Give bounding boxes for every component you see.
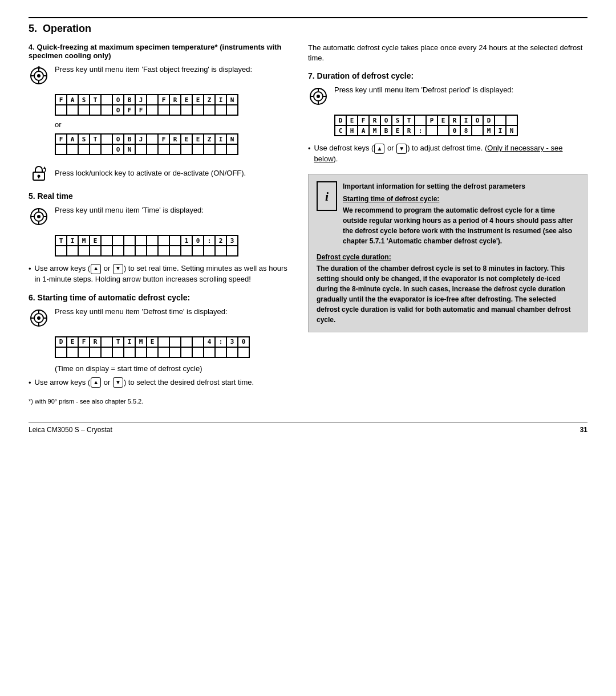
lcd-cell: :	[204, 235, 215, 246]
lcd-cell	[226, 105, 238, 115]
lcd-cell	[135, 246, 147, 256]
item7-block: 7. Duration of defrost cycle: Press key …	[308, 71, 587, 165]
lcd-cell: 0	[238, 337, 249, 347]
lcd-cell: F	[55, 134, 67, 144]
item5-bullet: • Use arrow keys (▲ or ▼) to set real ti…	[29, 263, 291, 285]
svg-point-28	[317, 95, 320, 98]
item6-time-note: (Time on display = start time of defrost…	[55, 364, 291, 374]
lcd-cell	[67, 246, 78, 256]
item6-block: 6. Starting time of automatic defrost cy…	[29, 293, 291, 405]
footer-rule	[29, 422, 587, 422]
lcd-cell	[147, 144, 158, 154]
lcd-cell	[124, 246, 135, 256]
lcd-cell: F	[124, 105, 135, 115]
lcd-cell: F	[55, 95, 67, 105]
lcd-cell	[238, 347, 249, 357]
lcd-cell	[147, 134, 158, 144]
item4-lcd2: F A S T O B J F R E E Z I	[55, 133, 238, 155]
lcd-cell: F	[158, 95, 169, 105]
item7-bullet-text: Use defrost keys (▲ or ▼) to adjust defr…	[314, 143, 587, 165]
lcd-cell	[192, 246, 204, 256]
lcd-cell	[181, 144, 192, 154]
lcd-cell: O	[112, 95, 124, 105]
svg-point-14	[37, 215, 40, 218]
lcd-cell: M	[369, 125, 380, 136]
svg-rect-30	[318, 101, 319, 104]
lcd-cell	[101, 246, 112, 256]
lcd-cell	[147, 235, 158, 246]
auto-defrost-text: The automatic defrost cycle takes place …	[308, 43, 587, 63]
lcd-cell	[215, 105, 226, 115]
item5-bullet-text: Use arrow keys (▲ or ▼) to set real time…	[35, 263, 291, 285]
item6-press-text: Press key until menu item 'Defrost time'…	[55, 307, 228, 317]
lcd-cell: F	[135, 105, 147, 115]
lcd-cell	[55, 144, 67, 154]
lcd2-row2: O N	[55, 144, 238, 154]
item7-press-block: Press key until menu item 'Defrost perio…	[308, 85, 587, 107]
lcd-cell: O	[112, 134, 124, 144]
lcd-cell: T	[90, 134, 101, 144]
lcd-cell	[169, 337, 181, 347]
lcd-cell: Z	[204, 134, 215, 144]
item5-lcd: T I M E 1 0 : 2	[55, 235, 238, 257]
lcd-cell: E	[181, 95, 192, 105]
lcd-cell	[112, 235, 124, 246]
lcd-cell	[158, 144, 169, 154]
svg-rect-5	[31, 75, 34, 76]
lcd-cell	[169, 347, 181, 357]
lcd-cell: O	[112, 105, 124, 115]
lcd-cell: R	[90, 337, 101, 347]
footer-page-number: 31	[580, 426, 587, 434]
svg-rect-32	[323, 96, 326, 97]
lcd-cell: I	[124, 337, 135, 347]
lcd-cell	[90, 246, 101, 256]
lcd-cell	[158, 105, 169, 115]
lcd-cell: R	[169, 134, 181, 144]
lcd-cell: A	[358, 125, 369, 136]
svg-rect-23	[38, 323, 39, 326]
svg-rect-4	[38, 81, 39, 84]
lcd-cell	[101, 105, 112, 115]
item4-lcd1: F A S T O B J F R E E Z I	[55, 94, 238, 116]
lcd-cell: B	[124, 134, 135, 144]
lcd-cell	[215, 144, 226, 154]
lock-key-icon	[29, 163, 49, 184]
lcd-cell: O	[112, 144, 124, 154]
lcd-cell	[204, 347, 215, 357]
lcd-cell	[101, 337, 112, 347]
lcd-cell: I	[67, 235, 78, 246]
lcd-defr-row2	[55, 347, 249, 357]
underline-only-if: Only if necessary - see below	[314, 144, 563, 163]
lcd-cell	[415, 115, 426, 125]
lcd-cell: 8	[460, 125, 472, 136]
lcd-cell	[101, 134, 112, 144]
lcd-cell: I	[215, 134, 226, 144]
svg-rect-6	[44, 75, 47, 76]
lcd-cell	[204, 246, 215, 256]
info-icon: i	[317, 181, 337, 211]
lcd-cell	[204, 105, 215, 115]
info-title: Important information for setting the de…	[343, 182, 525, 190]
or-text-1: or	[55, 120, 291, 129]
lcd-cell: H	[346, 125, 358, 136]
arrow-up-icon-2: ▲	[91, 377, 101, 388]
lcd-cell: F	[78, 337, 90, 347]
lcd-cell: N	[506, 125, 517, 136]
lcd-cell	[169, 235, 181, 246]
lcd-cell	[112, 347, 124, 357]
lcd-cell: A	[67, 95, 78, 105]
lcd-cell: :	[415, 125, 426, 136]
footer-left: Leica CM3050 S – Cryostat	[29, 426, 112, 434]
lcd-defr-row1: D E F R T I M E 4 :	[55, 337, 249, 347]
svg-rect-16	[38, 222, 39, 225]
item4-press-block: Press key until menu item 'Fast object f…	[29, 64, 291, 86]
lcd-cell	[78, 347, 90, 357]
lcd-cell: S	[78, 134, 90, 144]
lcd-cell	[135, 144, 147, 154]
item5-press-block: Press key until menu item 'Time' is disp…	[29, 205, 291, 227]
lcd-cell: T	[112, 337, 124, 347]
lcd-cell: 1	[181, 235, 192, 246]
lcd-cell	[90, 347, 101, 357]
svg-rect-25	[44, 318, 47, 319]
lcd-cell: R	[449, 115, 460, 125]
